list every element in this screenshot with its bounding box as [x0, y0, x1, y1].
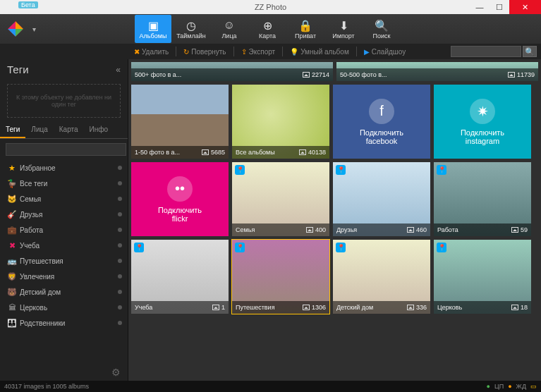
- album-tile[interactable]: 📍Учеба1: [131, 240, 229, 314]
- close-button[interactable]: ✕: [509, 0, 541, 14]
- tag-label: Учеба: [20, 242, 118, 250]
- album-name: Друзья: [336, 226, 404, 233]
- window-title: ZZ Photo: [255, 3, 286, 11]
- album-count: 1306: [303, 304, 326, 311]
- tag-row[interactable]: 🎸Друзья: [0, 207, 128, 222]
- maximize-button[interactable]: ☐: [490, 0, 509, 14]
- tag-row[interactable]: 👪Родственники: [0, 315, 128, 331]
- sidebar-tab-3[interactable]: Инфо: [84, 122, 114, 138]
- album-tile[interactable]: 📍Детский дом336: [333, 240, 430, 314]
- tag-row[interactable]: 🚌Путешествия: [0, 253, 128, 269]
- photo-count-icon: [407, 305, 414, 310]
- nav-faces[interactable]: ☺Лица: [211, 15, 248, 43]
- connect-ig-tile[interactable]: ✷Подключитьinstagram: [434, 85, 531, 159]
- settings-icon[interactable]: ⚙: [111, 367, 121, 378]
- album-count: 1: [212, 304, 225, 311]
- logo-dropdown-icon[interactable]: ▾: [32, 25, 36, 33]
- rotate-button[interactable]: ↻Повернуть: [183, 48, 226, 56]
- nav-search[interactable]: 🔍Поиск: [363, 15, 400, 43]
- album-count: 11739: [508, 71, 535, 78]
- album-count: 460: [407, 226, 427, 233]
- search-button[interactable]: 🔍: [523, 46, 537, 57]
- album-name: Семья: [236, 226, 303, 233]
- collapse-sidebar-button[interactable]: «: [116, 65, 121, 75]
- minimize-button[interactable]: —: [470, 0, 490, 14]
- photo-count-icon: [212, 305, 219, 310]
- tag-icon: ★: [6, 164, 18, 173]
- tag-row[interactable]: 🐱Семья: [0, 191, 128, 207]
- cpu-indicator-dot: ●: [487, 383, 490, 390]
- app-logo[interactable]: [3, 16, 28, 42]
- secondary-toolbar: ✖Удалить ↻Повернуть ⇪Экспорт 💡Умный альб…: [0, 44, 541, 59]
- connect-fl-tile[interactable]: ••Подключитьflickr: [131, 162, 229, 236]
- search-icon: 🔍: [375, 18, 389, 32]
- fb-icon: f: [369, 99, 394, 124]
- tag-row[interactable]: ★Избранное: [0, 160, 128, 176]
- connect-fb-tile[interactable]: fПодключитьfacebook: [333, 85, 430, 159]
- title-bar: Бета ZZ Photo — ☐ ✕: [0, 0, 541, 14]
- export-button[interactable]: ⇪Экспорт: [241, 48, 276, 56]
- nav-label: Карта: [259, 32, 276, 39]
- nav-private[interactable]: 🔒Приват: [287, 15, 324, 43]
- photo-count-icon: [303, 72, 310, 78]
- tag-label: Родственники: [20, 319, 118, 327]
- sidebar-tabs: ТегиЛицаКартаИнфо: [0, 122, 128, 139]
- pin-icon: 📍: [235, 243, 245, 252]
- faces-icon: ☺: [222, 18, 236, 32]
- nav-albums[interactable]: ▣Альбомы: [135, 15, 171, 43]
- tag-indicator: [118, 197, 122, 201]
- tag-indicator: [118, 212, 122, 216]
- sidebar-tab-2[interactable]: Карта: [54, 122, 84, 138]
- tag-indicator: [118, 321, 122, 325]
- tag-icon: 🦆: [6, 179, 18, 188]
- album-tile[interactable]: 1-50 фото в а...5685: [131, 85, 229, 159]
- tag-row[interactable]: ✖Учеба: [0, 238, 128, 253]
- tag-row[interactable]: 🏛Церковь: [0, 300, 128, 315]
- photo-icon[interactable]: ▭: [530, 383, 537, 390]
- pin-icon: 📍: [437, 243, 446, 252]
- tag-dropzone[interactable]: К этому объекту не добавлен ни один тег: [7, 84, 121, 118]
- tag-row[interactable]: 💼Работа: [0, 222, 128, 238]
- album-tile[interactable]: 📍Работа59: [434, 162, 531, 236]
- tag-icon: 🎸: [6, 210, 18, 219]
- sidebar-title: Теги: [7, 63, 29, 75]
- delete-button[interactable]: ✖Удалить: [134, 48, 169, 56]
- album-tile[interactable]: 📍Друзья460: [333, 162, 430, 236]
- top-toolbar: ▾ ▣Альбомы◷Таймлайн☺Лица⊕Карта🔒Приват⬇Им…: [0, 14, 541, 44]
- smart-album-button[interactable]: 💡Умный альбом: [290, 48, 349, 56]
- tag-indicator: [118, 274, 122, 278]
- album-name: Церковь: [437, 304, 509, 311]
- album-tile[interactable]: 500+ фото в а...22714: [131, 62, 333, 81]
- album-count: 40138: [299, 149, 326, 156]
- nav-label: Альбомы: [140, 32, 167, 39]
- photo-count-icon: [511, 227, 518, 233]
- album-tile[interactable]: 📍Семья400: [232, 162, 329, 236]
- bulb-icon: 💡: [290, 48, 298, 56]
- tag-icon: 🐻: [6, 288, 18, 297]
- tag-row[interactable]: 🐻Детский дом: [0, 284, 128, 300]
- nav-map[interactable]: ⊕Карта: [249, 15, 286, 43]
- tag-icon: 👪: [6, 319, 18, 328]
- nav-import[interactable]: ⬇Импорт: [325, 15, 362, 43]
- sidebar-tab-0[interactable]: Теги: [0, 122, 25, 138]
- pin-icon: 📍: [336, 165, 346, 175]
- nav-timeline[interactable]: ◷Таймлайн: [173, 15, 209, 43]
- nav-label: Таймлайн: [176, 32, 206, 39]
- album-tile[interactable]: 📍Путешествия1306: [232, 240, 329, 314]
- tag-row[interactable]: 🦁Увлечения: [0, 269, 128, 284]
- tag-label: Все теги: [20, 180, 118, 188]
- tag-row[interactable]: 🦆Все теги: [0, 176, 128, 191]
- connect-label: Подключитьfacebook: [360, 128, 403, 145]
- sidebar-tab-1[interactable]: Лица: [25, 122, 53, 138]
- album-tile[interactable]: 📍Церковь18: [434, 240, 531, 314]
- photo-count-icon: [299, 149, 306, 155]
- album-tile[interactable]: 50-500 фото в...11739: [336, 62, 538, 81]
- status-text: 40317 images in 1005 albums: [4, 383, 89, 390]
- new-tag-input[interactable]: [6, 143, 126, 156]
- slideshow-button[interactable]: ▶Слайдшоу: [364, 48, 406, 56]
- album-tile[interactable]: Все альбомы40138: [232, 85, 329, 159]
- play-icon: ▶: [364, 48, 370, 56]
- album-count: 400: [306, 226, 326, 233]
- tag-indicator: [118, 228, 122, 232]
- search-input[interactable]: [451, 46, 521, 57]
